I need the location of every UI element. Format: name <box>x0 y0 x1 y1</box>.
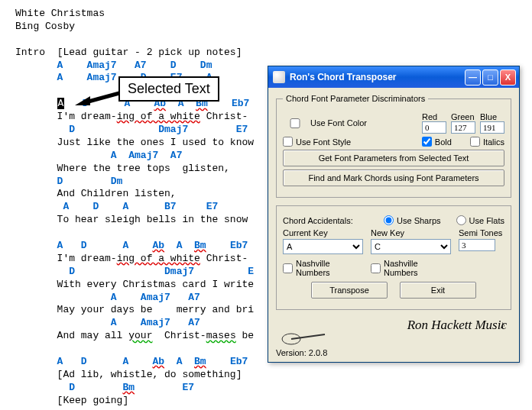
blue-label: Blue <box>480 112 504 121</box>
selected-chord[interactable]: A <box>57 98 65 109</box>
titlebar[interactable]: Ron's Chord Transposer — □ X <box>268 66 519 88</box>
version-label: Version: 2.0.8 <box>276 348 327 357</box>
new-key-select[interactable]: C <box>371 239 451 254</box>
current-key-label: Current Key <box>283 228 363 237</box>
lyric-line[interactable]: I'm dream-ing of a white Christ- <box>57 253 248 264</box>
svg-marker-1 <box>75 96 90 105</box>
chord-row[interactable]: A Amaj7 A7 D Dm <box>57 60 212 71</box>
semitones-label: Semi Tones <box>459 228 504 237</box>
lyric-line[interactable]: To hear sleigh bells in the snow <box>57 214 248 225</box>
use-flats-label: Use Flats <box>469 216 504 225</box>
use-sharps-radio[interactable] <box>384 215 394 225</box>
red-label: Red <box>422 112 446 121</box>
lyric-line[interactable]: May your days be merry and bri <box>57 304 254 315</box>
transpose-group: Chord Accidentals: Use Sharps Use Flats … <box>276 205 511 310</box>
blue-input[interactable] <box>480 121 504 134</box>
find-mark-chords-button[interactable]: Find and Mark Chords using Font Paramete… <box>283 169 504 186</box>
font-params-group: Chord Font Parameter Discriminators Use … <box>276 94 511 198</box>
lyric-line[interactable]: I'm dream-ing of a white Christ- <box>57 111 248 122</box>
new-key-label: New Key <box>371 228 451 237</box>
nashville-current-label: Nashville Numbers <box>296 259 363 277</box>
chord-row[interactable]: D Dmaj7 E7 <box>57 124 248 135</box>
accidentals-label: Chord Accidentals: <box>283 216 353 225</box>
nashville-new-label: Nashville Numbers <box>384 259 451 277</box>
brand-area: ♪ Ron Hackett Music <box>276 318 511 345</box>
bold-label: Bold <box>435 137 452 147</box>
green-input[interactable] <box>451 121 475 134</box>
lyric-line[interactable]: Where the tree tops glisten, <box>57 163 230 174</box>
brand-text: Ron Hackett Music <box>407 318 507 332</box>
note-icon: ♪ <box>500 319 505 331</box>
lyric-line[interactable]: Just like the ones I used to know <box>57 137 254 148</box>
intro-note: [Lead guitar - 2 pick up notes] <box>57 47 242 58</box>
chord-row[interactable]: D Bm E7 <box>57 382 194 393</box>
font-params-legend: Chord Font Parameter Discriminators <box>283 94 428 103</box>
current-key-select[interactable]: A <box>283 239 363 254</box>
use-font-style-label: Use Font Style <box>296 137 351 147</box>
chord-row[interactable]: A Amaj7 A7 <box>57 292 200 303</box>
chord-row[interactable]: A D A Ab A Bm Eb7 <box>57 356 248 367</box>
svg-line-3 <box>291 334 325 339</box>
nashville-new-checkbox[interactable] <box>371 263 381 273</box>
lyric-line[interactable]: With every Christmas card I write <box>57 279 254 290</box>
red-input[interactable] <box>422 121 446 134</box>
use-font-color-checkbox[interactable] <box>283 118 307 128</box>
use-sharps-label: Use Sharps <box>397 216 440 225</box>
semitones-input[interactable] <box>459 239 495 251</box>
minimize-button[interactable]: — <box>465 69 481 86</box>
song-title: White Christmas <box>15 8 517 21</box>
bold-checkbox[interactable] <box>422 137 432 147</box>
close-button[interactable]: X <box>500 69 516 86</box>
chord-row[interactable]: A D A Ab A Bm Eb7 <box>57 240 248 251</box>
exit-button[interactable]: Exit <box>400 282 476 299</box>
get-font-params-button[interactable]: Get Font Parameters from Selected Text <box>283 150 504 166</box>
lyric-line[interactable]: [Ad lib, whistle, do something] <box>57 369 242 380</box>
window-title: Ron's Chord Transposer <box>290 72 463 82</box>
transposer-dialog: Ron's Chord Transposer — □ X Chord Font … <box>268 66 520 363</box>
chord-row[interactable]: A D A B7 E7 <box>57 201 219 212</box>
lyric-line[interactable]: [Keep going] <box>57 395 129 406</box>
svg-line-0 <box>86 93 119 102</box>
italics-checkbox[interactable] <box>470 137 480 147</box>
artist-name: Bing Cosby <box>15 21 517 34</box>
app-icon <box>273 71 285 83</box>
use-font-color-label: Use Font Color <box>310 118 367 128</box>
maximize-button[interactable]: □ <box>482 69 498 86</box>
green-label: Green <box>451 112 475 121</box>
chord-row[interactable]: D Dm <box>57 176 123 187</box>
italics-label: Italics <box>483 137 504 147</box>
selected-text-callout: Selected Text <box>118 76 219 102</box>
transpose-button[interactable]: Transpose <box>311 282 388 299</box>
use-flats-radio[interactable] <box>456 215 466 225</box>
arrow-icon <box>75 82 121 105</box>
guitar-icon <box>281 328 326 345</box>
chord-row[interactable]: A Amaj7 A7 <box>57 150 183 161</box>
chord-row[interactable]: D Dmaj7 E <box>57 266 254 277</box>
use-font-style-checkbox[interactable] <box>283 137 293 147</box>
lyric-line[interactable]: And Children listen, <box>57 188 177 199</box>
intro-label: Intro <box>15 47 45 58</box>
chord-row[interactable]: A Amaj7 A7 <box>57 317 200 328</box>
nashville-current-checkbox[interactable] <box>283 263 293 273</box>
lyric-line[interactable]: And may all your Christ-mases be <box>57 330 254 341</box>
